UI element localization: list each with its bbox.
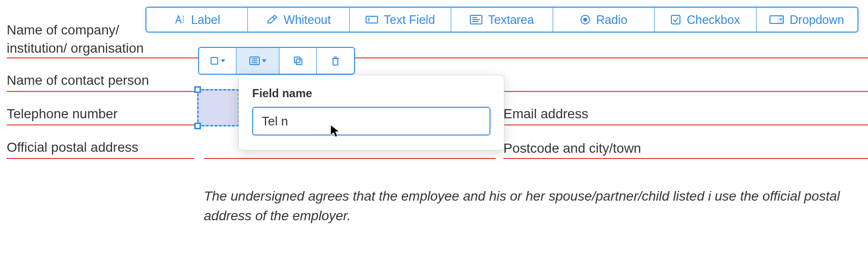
svg-rect-16	[296, 59, 302, 65]
eraser-icon	[267, 14, 278, 25]
resize-handle[interactable]	[194, 86, 201, 93]
resize-handle[interactable]	[194, 123, 201, 129]
textarea-tool-text: Textarea	[488, 13, 534, 27]
dropdown-icon	[769, 15, 784, 24]
copy-icon	[293, 56, 303, 66]
label-icon	[174, 14, 185, 25]
field-name-popover: Field name	[238, 75, 504, 150]
agreement-text: The undersigned agrees that the employee…	[204, 187, 863, 226]
chevron-down-icon	[221, 59, 225, 62]
radio-tool-button[interactable]: Radio	[553, 8, 655, 32]
email-label: Email address	[503, 106, 588, 122]
field-name-label: Field name	[252, 87, 490, 100]
chevron-down-icon	[262, 59, 267, 62]
field-name-input[interactable]	[252, 107, 490, 136]
textfield-tool-text: Text Field	[384, 13, 435, 27]
label-tool-text: Label	[191, 13, 220, 27]
checkbox-icon	[670, 14, 681, 25]
dropdown-tool-button[interactable]: Dropdown	[757, 8, 857, 32]
field-properties-menu-button[interactable]	[236, 48, 279, 74]
form-underline	[204, 158, 496, 159]
whiteout-tool-text: Whiteout	[284, 13, 331, 27]
field-type-toolbar: Label Whiteout Text Field Textarea Radio…	[145, 7, 858, 33]
svg-rect-8	[671, 15, 680, 24]
contact-label: Name of contact person	[7, 73, 149, 88]
duplicate-button[interactable]	[279, 48, 317, 74]
postcode-label: Postcode and city/town	[503, 141, 641, 156]
postal-label: Official postal address	[7, 140, 138, 155]
field-actions-toolbar	[198, 47, 355, 75]
field-type-menu-button[interactable]	[199, 48, 236, 74]
form-underline	[7, 57, 868, 58]
radio-icon	[580, 14, 590, 25]
textfield-tool-button[interactable]: Text Field	[350, 8, 451, 32]
textarea-tool-button[interactable]: Textarea	[451, 8, 553, 32]
form-underline	[503, 124, 868, 125]
svg-rect-11	[211, 57, 218, 64]
whiteout-tool-button[interactable]: Whiteout	[248, 8, 349, 32]
form-underline	[7, 124, 194, 125]
list-icon	[249, 56, 260, 65]
company-label: Name of company/ institution/ organisati…	[7, 21, 144, 57]
svg-point-7	[584, 18, 587, 21]
dropdown-tool-text: Dropdown	[790, 13, 844, 27]
form-underline	[503, 158, 868, 159]
selected-text-field[interactable]	[197, 89, 239, 126]
telephone-label: Telephone number	[7, 106, 118, 122]
form-underline	[7, 158, 194, 159]
radio-tool-text: Radio	[596, 13, 627, 27]
svg-rect-0	[366, 16, 378, 23]
textarea-icon	[470, 15, 482, 24]
textfield-icon	[366, 15, 378, 24]
square-icon	[210, 56, 219, 65]
label-tool-button[interactable]: Label	[146, 8, 248, 32]
checkbox-tool-button[interactable]: Checkbox	[655, 8, 756, 32]
checkbox-tool-text: Checkbox	[687, 13, 740, 27]
delete-button[interactable]	[317, 48, 354, 74]
trash-icon	[331, 56, 340, 66]
svg-rect-17	[294, 57, 300, 63]
